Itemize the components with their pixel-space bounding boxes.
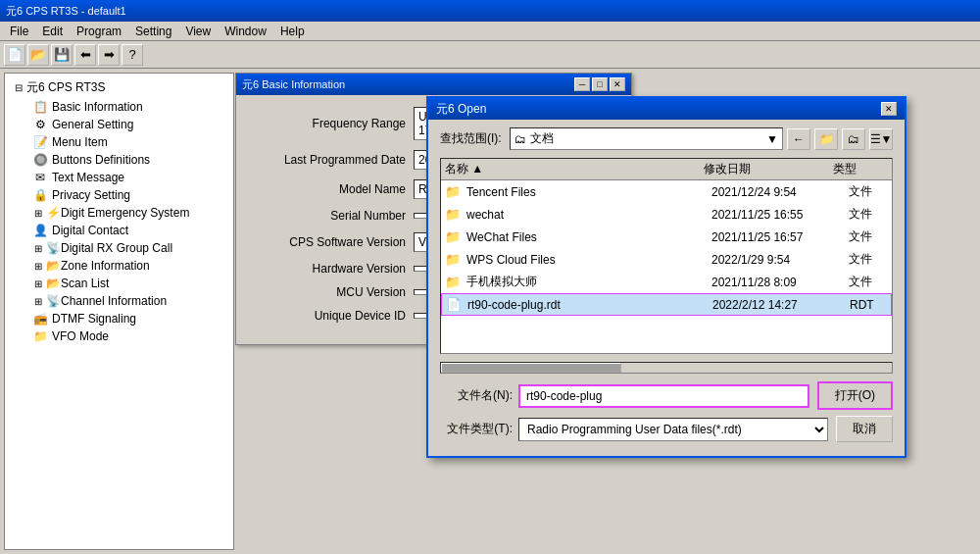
menu-edit[interactable]: Edit [36, 23, 69, 40]
file-row-tencent[interactable]: 📁 Tencent Files 2021/12/24 9:54 文件 [441, 180, 892, 203]
location-value: 文档 [530, 130, 766, 147]
location-dropdown-icon: ▼ [766, 132, 778, 146]
open-dialog: 元6 Open ✕ 查找范围(I): 🗂 文档 ▼ ← 📁 🗂 ☰▼ 名称 [426, 96, 906, 458]
file-date: 2021/12/24 9:54 [711, 185, 849, 199]
sidebar-item-label: Buttons Definitions [52, 153, 150, 167]
open-file-button[interactable]: 打开(O) [817, 381, 893, 410]
model-name-label: Model Name [252, 182, 414, 196]
filename-label: 文件名(N): [440, 387, 518, 404]
menu-view[interactable]: View [179, 23, 217, 40]
sidebar-item-label: VFO Mode [52, 329, 109, 343]
nav-up-button[interactable]: 📁 [814, 128, 838, 150]
menu-setting[interactable]: Setting [129, 23, 177, 40]
sidebar-item-digit-emergency[interactable]: ⊞ ⚡ Digit Emergency System [28, 204, 229, 222]
sidebar-item-label: Basic Information [52, 100, 143, 114]
mcu-version-label: MCU Version [252, 285, 414, 299]
col-type-header[interactable]: 类型 [833, 161, 889, 177]
window-controls: ─ □ ✕ [574, 77, 625, 91]
open-dialog-title: 元6 Open [436, 101, 486, 118]
open-dialog-title-bar: 元6 Open ✕ [428, 98, 905, 120]
sidebar-item-digital-contact[interactable]: 👤 Digital Contact [28, 222, 229, 239]
help-button[interactable]: ? [122, 44, 143, 66]
open-dialog-close-button[interactable]: ✕ [881, 102, 897, 116]
new-button[interactable]: 📄 [4, 44, 25, 66]
menu-program[interactable]: Program [71, 23, 127, 40]
sidebar-item-label: Digital Contact [52, 224, 128, 237]
file-name: Tencent Files [466, 185, 711, 199]
digital-rx-expand-icon: ⊞ [32, 243, 44, 254]
cancel-button[interactable]: 取消 [836, 416, 893, 442]
folder-icon: 📁 [445, 229, 461, 244]
sidebar-item-scan-list[interactable]: ⊞ 📂 Scan List [28, 275, 229, 292]
file-type: 文件 [849, 251, 872, 268]
file-type: RDT [850, 298, 874, 312]
folder-icon: 📁 [445, 184, 461, 199]
menu-item-icon: 📝 [32, 135, 48, 149]
maximize-button[interactable]: □ [592, 77, 608, 91]
sidebar-item-vfo-mode[interactable]: 📁 VFO Mode [28, 327, 229, 345]
col-date-header[interactable]: 修改日期 [704, 161, 833, 177]
file-row-wechat[interactable]: 📁 wechat 2021/11/25 16:55 文件 [441, 203, 892, 226]
write-button[interactable]: ➡ [98, 44, 120, 66]
sidebar-item-text-message[interactable]: ✉ Text Message [28, 169, 229, 186]
sidebar-item-dtmf[interactable]: 📻 DTMF Signaling [28, 310, 229, 327]
sidebar-item-digital-rx[interactable]: ⊞ 📡 Digital RX Group Call [28, 239, 229, 257]
main-area: ⊟ 元6 CPS RT3S 📋 Basic Information ⚙ Gene… [0, 69, 980, 554]
h-scrollbar[interactable] [440, 362, 893, 374]
basic-info-title-bar: 元6 Basic Information ─ □ ✕ [236, 74, 631, 95]
sidebar-item-general-setting[interactable]: ⚙ General Setting [28, 116, 229, 133]
col-name-header[interactable]: 名称 ▲ [445, 161, 704, 177]
menu-window[interactable]: Window [219, 23, 272, 40]
file-name: WeChat Files [466, 230, 711, 244]
sidebar-item-buttons-def[interactable]: 🔘 Buttons Definitions [28, 151, 229, 169]
channel-expand-icon: ⊞ [32, 296, 44, 307]
save-button[interactable]: 💾 [51, 44, 73, 66]
location-combo[interactable]: 🗂 文档 ▼ [510, 127, 783, 150]
nav-new-folder-button[interactable]: 🗂 [842, 128, 865, 150]
sidebar-item-zone-info[interactable]: ⊞ 📂 Zone Information [28, 257, 229, 275]
file-date: 2022/1/29 9:54 [711, 253, 849, 267]
zone-expand-icon: ⊞ [32, 261, 44, 272]
sidebar: ⊟ 元6 CPS RT3S 📋 Basic Information ⚙ Gene… [4, 73, 234, 550]
read-button[interactable]: ⬅ [74, 44, 96, 66]
cps-version-label: CPS Software Version [252, 235, 414, 249]
digit-emergency-expand-icon: ⊞ [32, 208, 44, 219]
app-title: 元6 CPS RT3S - default1 [6, 4, 126, 19]
open-dialog-body: 查找范围(I): 🗂 文档 ▼ ← 📁 🗂 ☰▼ 名称 ▲ 修改日期 类型 [428, 120, 905, 456]
dtmf-icon: 📻 [32, 312, 48, 326]
sidebar-item-basic-info[interactable]: 📋 Basic Information [28, 98, 229, 116]
nav-view-button[interactable]: ☰▼ [869, 128, 893, 150]
file-name: WPS Cloud Files [466, 253, 711, 267]
file-list-container: 名称 ▲ 修改日期 类型 📁 Tencent Files 2021/12/24 … [440, 158, 893, 354]
sidebar-item-label: DTMF Signaling [52, 312, 136, 326]
filename-row: 文件名(N): 打开(O) [440, 381, 893, 410]
sidebar-root-label[interactable]: ⊟ 元6 CPS RT3S [9, 77, 229, 98]
open-button[interactable]: 📂 [27, 44, 49, 66]
filename-input[interactable] [518, 384, 809, 408]
folder-icon: 📁 [445, 275, 461, 289]
filetype-select[interactable]: Radio Programming User Data files(*.rdt) [518, 418, 828, 441]
close-button[interactable]: ✕ [610, 77, 625, 91]
file-row-phone-sim[interactable]: 📁 手机模拟大师 2021/11/28 8:09 文件 [441, 271, 892, 293]
file-row-wechat-files[interactable]: 📁 WeChat Files 2021/11/25 16:57 文件 [441, 226, 892, 248]
file-row-wps[interactable]: 📁 WPS Cloud Files 2022/1/29 9:54 文件 [441, 248, 892, 271]
sidebar-item-menu-item[interactable]: 📝 Menu Item [28, 133, 229, 151]
sidebar-item-label: Scan List [61, 277, 109, 290]
sidebar-item-privacy-setting[interactable]: 🔒 Privacy Setting [28, 186, 229, 204]
filetype-label: 文件类型(T): [440, 421, 518, 437]
basic-info-icon: 📋 [32, 100, 48, 114]
sidebar-item-channel-info[interactable]: ⊞ 📡 Channel Information [28, 292, 229, 310]
privacy-setting-icon: 🔒 [32, 188, 48, 202]
file-row-rdt[interactable]: 📄 rt90-code-plug.rdt 2022/2/12 14:27 RDT [441, 293, 892, 316]
sidebar-item-label: Text Message [52, 171, 124, 184]
file-type: 文件 [849, 228, 872, 245]
sidebar-root-text: 元6 CPS RT3S [26, 79, 105, 96]
menu-help[interactable]: Help [274, 23, 311, 40]
menu-file[interactable]: File [4, 23, 34, 40]
sidebar-item-label: General Setting [52, 118, 133, 131]
sidebar-root: ⊟ 元6 CPS RT3S 📋 Basic Information ⚙ Gene… [5, 74, 233, 349]
minimize-button[interactable]: ─ [574, 77, 590, 91]
nav-back-button[interactable]: ← [787, 128, 810, 150]
last-programmed-label: Last Programmed Date [252, 153, 414, 167]
general-setting-icon: ⚙ [32, 118, 48, 131]
